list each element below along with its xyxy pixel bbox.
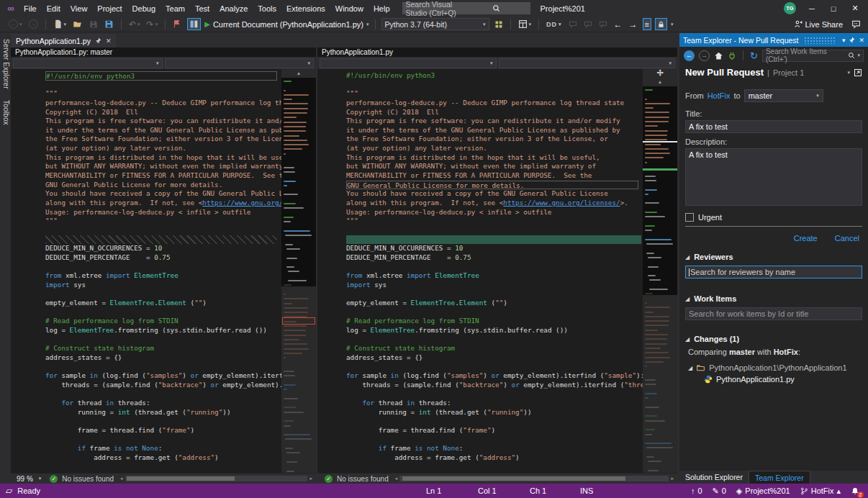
menu-item[interactable]: Analyze (214, 0, 253, 17)
add-comment-button[interactable] (567, 19, 579, 30)
splitter-handle-icon[interactable]: ✢ (643, 69, 677, 78)
code-editor-left[interactable]: #!/usr/bin/env python3"""performance-log… (11, 69, 281, 473)
diff-left-header: PythonApplication1.py: master (11, 47, 316, 58)
open-file-button[interactable] (71, 19, 84, 30)
redo-button[interactable]: ↷▾ (145, 19, 160, 30)
branch-indicator[interactable]: HotFix ▴ (800, 486, 841, 496)
vertical-tool-tab[interactable]: Toolbox (0, 96, 11, 129)
code-line: MERCHANTABILITY or FITNESS FOR A PARTICU… (45, 171, 281, 181)
cancel-button[interactable]: Cancel (835, 234, 859, 243)
target-branch-dropdown[interactable]: master ▾ (744, 89, 823, 102)
menu-item[interactable]: Team (161, 0, 190, 17)
save-all-button[interactable] (103, 19, 115, 30)
pr-description-input[interactable]: A fix to test (685, 148, 862, 206)
vertical-tool-tab[interactable]: Server Explorer (0, 35, 11, 93)
urgent-checkbox[interactable] (685, 213, 694, 222)
close-button[interactable]: ✕ (849, 4, 861, 13)
menu-item[interactable]: Extensions (281, 0, 330, 17)
window-layout-button[interactable]: ▾ (517, 19, 533, 30)
menu-item[interactable]: Tools (253, 0, 281, 17)
repository-indicator[interactable]: ◈ Project%201 (736, 486, 790, 496)
reviewers-search-input[interactable]: Search for reviewers by name (685, 266, 862, 279)
refresh-icon[interactable]: ↻ (750, 50, 758, 61)
next-comment-button[interactable] (597, 19, 609, 30)
menu-item[interactable]: File (19, 0, 42, 17)
zoom-control[interactable]: 99 % ▾ (12, 475, 45, 483)
live-share-button[interactable]: Live Share (792, 19, 844, 30)
compare-files-toggle[interactable] (187, 18, 201, 30)
menu-item[interactable]: Edit (42, 0, 65, 17)
menu-item[interactable]: Window (330, 0, 369, 17)
pin-icon[interactable] (849, 37, 855, 43)
pr-title-input[interactable] (685, 120, 862, 133)
notifications-button[interactable]: 2 (851, 486, 859, 496)
te-back-button[interactable]: ← (684, 50, 695, 61)
source-branch-link[interactable]: HotFix (707, 91, 731, 100)
minimap-left[interactable]: ▲ (281, 69, 316, 473)
menu-item[interactable]: Help (369, 0, 395, 17)
code-line: This program is free software: you can r… (45, 117, 281, 126)
horizontal-scrollbar-left[interactable]: ◂ ▸ (118, 475, 315, 482)
undo-button[interactable]: ↶▾ (127, 19, 142, 30)
member-dropdown[interactable]: ▾ (165, 58, 315, 68)
ignore-whitespace-toggle[interactable]: ≡ (643, 18, 651, 30)
compare-files-icon (189, 19, 199, 29)
tab-solution-explorer[interactable]: Solution Explorer (679, 471, 749, 484)
create-button[interactable]: Create (794, 234, 818, 243)
horizontal-scrollbar-right[interactable]: ◂ ▸ (393, 475, 676, 482)
navigate-back-button[interactable]: ←▾ (7, 19, 24, 30)
type-dropdown[interactable]: ▾ (13, 58, 163, 68)
lock-toggle[interactable] (655, 18, 667, 30)
maximize-button[interactable]: □ (828, 4, 839, 13)
work-items-section-header[interactable]: ◢ Work Items (685, 294, 862, 303)
run-button[interactable]: ▶ Current Document (PythonApplication1.p… (204, 20, 369, 29)
code-editor-right[interactable]: #!/usr/bin/env python3"""performance-log… (317, 69, 643, 473)
collapse-triangle-icon: ◢ (685, 254, 690, 261)
scroll-up-icon[interactable]: ▲ (281, 69, 316, 78)
reviewers-section-header[interactable]: ◢ Reviewers (685, 253, 862, 261)
work-items-search-input[interactable]: Search for work items by Id or title (685, 307, 862, 320)
minimize-button[interactable]: ─ (806, 4, 818, 13)
window-position-dropdown-icon[interactable]: ▾ (842, 37, 846, 44)
minimap-right[interactable]: ✢ ▲ (643, 69, 677, 473)
panel-close-icon[interactable]: ✕ (859, 37, 864, 44)
page-dropdown-icon[interactable]: ▾ (847, 70, 850, 76)
pin-icon[interactable] (95, 37, 101, 44)
prev-comment-button[interactable] (582, 19, 594, 30)
search-box[interactable]: Search Visual Studio (Ctrl+Q) (402, 2, 530, 14)
member-dropdown[interactable]: ▾ (499, 58, 676, 68)
type-dropdown[interactable]: ▾ (320, 58, 497, 68)
tab-close-icon[interactable]: ✕ (106, 37, 112, 45)
tree-folder-row[interactable]: ◢ PythonApplication1\PythonApplication1 (688, 362, 862, 374)
save-button[interactable] (88, 19, 99, 30)
next-difference-button[interactable]: → (628, 19, 639, 30)
navigate-forward-button[interactable]: → (27, 19, 40, 30)
extension-button[interactable] (171, 19, 184, 30)
python-environment-dropdown[interactable]: Python 3.7 (64-bit) ▾ (381, 18, 489, 30)
new-file-button[interactable]: ▾ (52, 19, 68, 30)
pending-edits[interactable]: ✎ 0 (713, 486, 726, 496)
previous-difference-button[interactable]: ← (612, 19, 624, 30)
team-explorer-title-bar[interactable]: Team Explorer - New Pull Request ▾ ✕ (679, 33, 868, 47)
menu-item[interactable]: Debug (127, 0, 161, 17)
changes-section-header[interactable]: ◢ Changes (1) (685, 335, 862, 343)
document-tab[interactable]: PythonApplication1.py ✕ (11, 34, 116, 47)
connect-plug-icon[interactable] (728, 51, 736, 60)
menu-item[interactable]: Project (92, 0, 127, 17)
tab-team-explorer[interactable]: Team Explorer (749, 471, 810, 484)
pending-pushes[interactable]: ↑ 0 (691, 486, 702, 495)
environment-settings-button[interactable] (493, 19, 505, 30)
avatar[interactable]: TG (784, 2, 796, 14)
code-line: (at your option) any later version. (45, 144, 281, 153)
popout-icon[interactable] (854, 68, 862, 77)
scroll-up-icon[interactable]: ▲ (643, 78, 677, 86)
tree-file-row[interactable]: PythonApplication1.py (688, 374, 862, 385)
te-forward-button[interactable]: → (699, 50, 710, 61)
menu-item[interactable]: View (65, 0, 93, 17)
home-icon[interactable] (714, 51, 723, 60)
feedback-button[interactable] (850, 19, 862, 30)
work-items-search-box[interactable]: Search Work Items (Ctrl+') ▾ (762, 50, 864, 62)
code-line (346, 363, 643, 372)
menu-item[interactable]: Test (190, 0, 214, 17)
diff-layout-dropdown[interactable]: DD▾ (545, 20, 564, 29)
